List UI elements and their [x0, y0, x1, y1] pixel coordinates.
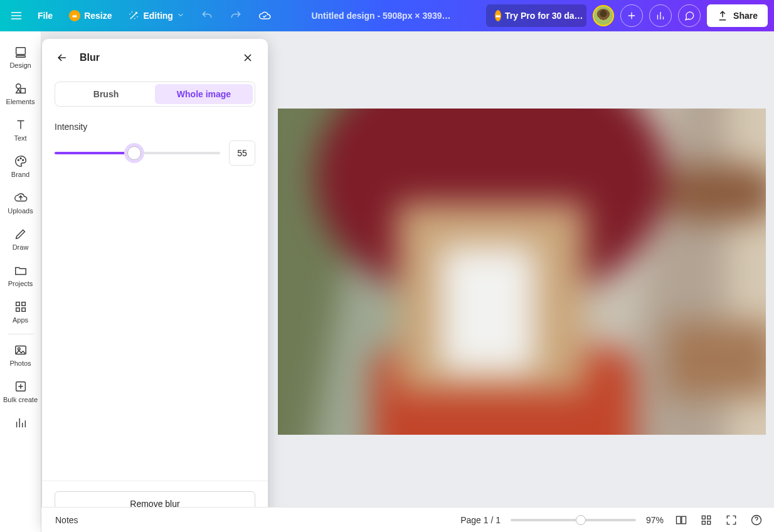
- rail-label: Elements: [6, 98, 35, 105]
- layout-icon: [14, 45, 28, 59]
- rail-extra[interactable]: [3, 411, 39, 430]
- intensity-slider[interactable]: [55, 147, 220, 159]
- cloud-check-icon: [258, 9, 271, 22]
- zoom-track: [511, 519, 636, 521]
- svg-rect-3: [21, 88, 25, 93]
- comments-button[interactable]: [678, 4, 701, 27]
- blur-mode-segmented: Brush Whole image: [55, 82, 255, 107]
- file-label: File: [38, 11, 53, 21]
- fullscreen-button[interactable]: [724, 513, 739, 528]
- rail-photos[interactable]: Photos: [3, 338, 39, 373]
- rail-projects[interactable]: Projects: [3, 258, 39, 294]
- image-icon: [14, 343, 28, 357]
- side-rail: Design Elements Text Brand Uploads Draw …: [0, 31, 41, 532]
- zoom-thumb[interactable]: [576, 515, 586, 525]
- svg-point-12: [18, 348, 20, 350]
- wand-icon: [128, 10, 139, 21]
- svg-point-5: [20, 158, 21, 159]
- grid-view-icon: [700, 514, 713, 526]
- fullscreen-icon: [725, 514, 738, 526]
- cloud-sync-button[interactable]: [253, 4, 276, 27]
- segment-brush[interactable]: Brush: [57, 84, 155, 104]
- share-button[interactable]: Share: [707, 4, 768, 27]
- close-button[interactable]: [240, 50, 255, 65]
- help-button[interactable]: [749, 513, 764, 528]
- svg-rect-0: [16, 48, 25, 55]
- analytics-button[interactable]: [649, 4, 672, 27]
- back-button[interactable]: [55, 50, 70, 65]
- undo-button[interactable]: [196, 4, 218, 27]
- file-menu[interactable]: File: [33, 6, 58, 26]
- rail-design[interactable]: Design: [3, 40, 39, 75]
- add-collaborator-button[interactable]: [620, 4, 643, 27]
- menu-button[interactable]: [6, 6, 26, 26]
- intensity-value-input[interactable]: 55: [229, 141, 255, 166]
- pencil-icon: [14, 227, 28, 241]
- resize-button[interactable]: Resize: [64, 6, 117, 26]
- page-indicator[interactable]: Page 1 / 1: [460, 515, 501, 525]
- text-icon: [14, 118, 28, 132]
- svg-rect-9: [16, 308, 19, 312]
- chart-icon: [14, 416, 28, 430]
- crown-icon: [495, 10, 501, 21]
- svg-rect-8: [21, 302, 25, 306]
- grid-icon: [14, 300, 28, 314]
- svg-rect-17: [708, 516, 711, 519]
- resize-label: Resize: [84, 11, 112, 21]
- slider-thumb[interactable]: [127, 146, 141, 160]
- plus-icon: [626, 10, 637, 21]
- panel-title: Blur: [80, 52, 230, 63]
- rail-elements[interactable]: Elements: [3, 77, 39, 112]
- rail-uploads[interactable]: Uploads: [3, 186, 39, 221]
- svg-rect-16: [702, 516, 705, 519]
- try-pro-button[interactable]: Try Pro for 30 da…: [486, 4, 586, 27]
- palette-icon: [14, 154, 28, 168]
- top-bar: File Resize Editing Try Pro for 30 da… S…: [0, 0, 774, 31]
- shapes-icon: [14, 82, 28, 95]
- svg-rect-15: [682, 516, 686, 524]
- svg-rect-7: [16, 302, 19, 306]
- editing-label: Editing: [143, 11, 172, 21]
- rail-brand[interactable]: Brand: [3, 149, 39, 184]
- intensity-row: 55: [55, 141, 255, 166]
- segment-whole-image[interactable]: Whole image: [155, 84, 253, 104]
- folder-icon: [14, 263, 28, 277]
- rail-draw[interactable]: Draw: [3, 222, 39, 257]
- design-title-input[interactable]: [282, 11, 480, 21]
- rail-label: Bulk create: [3, 396, 38, 403]
- redo-button[interactable]: [225, 4, 247, 27]
- try-pro-label: Try Pro for 30 da…: [505, 11, 583, 21]
- rail-text[interactable]: Text: [3, 113, 39, 148]
- rail-bulk-create[interactable]: Bulk create: [3, 375, 39, 410]
- rail-apps[interactable]: Apps: [3, 295, 39, 330]
- svg-rect-1: [16, 56, 25, 58]
- canvas-image[interactable]: [278, 109, 766, 435]
- svg-rect-18: [702, 521, 705, 524]
- rail-label: Draw: [13, 243, 29, 251]
- zoom-percent[interactable]: 97%: [646, 515, 664, 525]
- svg-point-2: [16, 84, 20, 88]
- upload-icon: [717, 10, 728, 21]
- grid-view-button[interactable]: [699, 513, 714, 528]
- notes-button[interactable]: Notes: [51, 515, 78, 525]
- close-icon: [241, 51, 254, 64]
- help-icon: [750, 514, 763, 526]
- plus-square-icon: [14, 380, 28, 393]
- user-avatar[interactable]: [593, 5, 614, 26]
- pages-icon: [675, 514, 687, 526]
- slider-track-fill: [55, 152, 134, 154]
- segment-whole-label: Whole image: [177, 89, 231, 99]
- rail-divider: [8, 334, 33, 334]
- page-view-button[interactable]: [674, 513, 689, 528]
- svg-point-4: [18, 159, 19, 161]
- notes-label: Notes: [55, 515, 78, 525]
- chevron-down-icon: [177, 11, 184, 21]
- hamburger-icon: [10, 9, 23, 22]
- segment-brush-label: Brush: [93, 89, 119, 99]
- panel-header: Blur: [42, 39, 268, 77]
- editing-mode-dropdown[interactable]: Editing: [123, 6, 189, 26]
- svg-point-6: [22, 159, 23, 161]
- rail-label: Apps: [13, 316, 28, 324]
- rail-label: Design: [9, 61, 31, 69]
- zoom-slider[interactable]: [511, 514, 636, 526]
